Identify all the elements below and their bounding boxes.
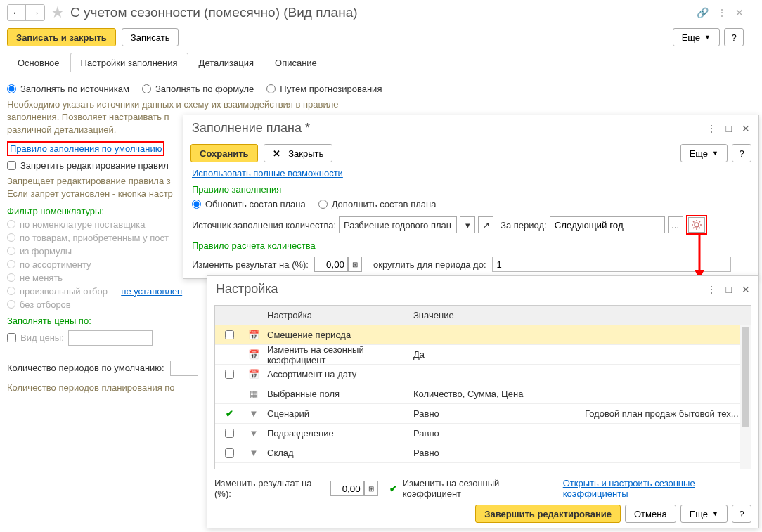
tab-description[interactable]: Описание — [264, 53, 328, 72]
use-full-link[interactable]: Использовать полные возможности — [192, 168, 343, 179]
src-select[interactable]: Разбиение годового план — [339, 216, 457, 233]
row-value: Равно — [409, 448, 582, 458]
help-button[interactable]: ? — [724, 28, 744, 46]
row-name: Изменить на сезонный коэффициент — [264, 344, 409, 365]
periods-input[interactable] — [170, 361, 198, 376]
more-button[interactable]: Еще▼ — [673, 28, 720, 46]
radio-append[interactable]: Дополнить состав плана — [318, 199, 437, 209]
finish-button[interactable]: Завершить редактирование — [475, 505, 621, 523]
dlg3-more-button[interactable]: Еще▼ — [680, 505, 728, 523]
row-icon: ▼ — [243, 408, 264, 419]
radio-update[interactable]: Обновить состав плана — [192, 199, 306, 209]
row-name: Выбранные поля — [264, 389, 409, 399]
table-row[interactable]: 📅Смещение периода — [215, 325, 751, 345]
save-close-button[interactable]: Записать и закрыть — [7, 28, 116, 46]
period-input[interactable] — [550, 216, 665, 233]
cancel-button[interactable]: Отмена — [625, 505, 676, 523]
tab-fill-settings[interactable]: Настройки заполнения — [70, 53, 188, 72]
round-label: округлить для периода до: — [373, 259, 486, 270]
settings-dialog: Настройка ⋮ □ ✕ Настройка Значение 📅Смещ… — [207, 275, 759, 528]
radio-by-forecast[interactable]: Путем прогнозирования — [266, 84, 382, 94]
forward-button[interactable]: → — [26, 5, 44, 20]
price-type-checkbox[interactable] — [7, 333, 16, 342]
kebab-icon[interactable]: ⋮ — [717, 7, 727, 18]
row-icon: 📅 — [243, 349, 264, 360]
row-name: Ассортимент на дату — [264, 369, 409, 379]
bottom-bar: Изменить результат на (%): ⊞ ✔ Изменить … — [207, 472, 758, 505]
dlg2-close-button[interactable]: ✕ Закрыть — [264, 144, 333, 162]
table-scrollbar[interactable] — [740, 325, 751, 469]
table-row[interactable]: 📅Изменить на сезонный коэффициентДа — [215, 345, 751, 365]
price-type-label: Вид цены: — [20, 332, 64, 343]
change-result-input[interactable] — [314, 257, 348, 272]
row-name: Смещение периода — [264, 330, 409, 340]
dlg2-help-button[interactable]: ? — [732, 144, 751, 162]
default-rule-link[interactable]: Правило заполнения по умолчанию — [10, 143, 162, 154]
seasonal-label: Изменить на сезонный коэффициент — [403, 478, 552, 499]
period-dots-button[interactable]: ... — [668, 216, 683, 233]
row-checkbox[interactable] — [215, 429, 243, 438]
svg-point-0 — [695, 223, 699, 227]
table-row[interactable]: ✔▼СценарийРавноГодовой план продаж бытов… — [215, 404, 751, 424]
tab-detail[interactable]: Детализация — [188, 53, 264, 72]
dlg2-kebab-icon[interactable]: ⋮ — [706, 123, 716, 134]
change-result-input2[interactable] — [330, 481, 364, 496]
row-icon: 📅 — [243, 330, 264, 340]
forbid-edit-label: Запретить редактирование правил — [20, 160, 169, 171]
change-result-label: Изменить результат на (%): — [192, 259, 309, 270]
row-name: Склад — [264, 448, 409, 458]
forbid-edit-checkbox[interactable] — [7, 161, 16, 170]
calc-rule-label: Правило расчета количества — [192, 240, 750, 251]
close-icon[interactable]: ✕ — [735, 7, 744, 18]
table-row[interactable]: ▦Выбранные поляКоличество, Сумма, Цена — [215, 384, 751, 404]
row-value2: Годовой план продаж бытовой тех... — [582, 408, 751, 419]
dlg2-more-button[interactable]: Еще▼ — [680, 144, 728, 162]
dlg2-close-icon[interactable]: ✕ — [742, 123, 750, 134]
link-icon[interactable]: 🔗 — [697, 7, 709, 18]
round-input[interactable] — [492, 257, 731, 272]
radio-by-sources[interactable]: Заполнять по источникам — [7, 84, 129, 94]
dlg3-help-button[interactable]: ? — [732, 505, 751, 523]
src-open-button[interactable]: ↗ — [478, 216, 493, 233]
settings-table: Настройка Значение 📅Смещение периода📅Изм… — [214, 305, 751, 469]
dlg2-maximize-icon[interactable]: □ — [726, 123, 732, 134]
back-button[interactable]: ← — [8, 5, 26, 20]
price-type-input[interactable] — [68, 330, 153, 346]
row-checkbox[interactable] — [215, 448, 243, 458]
src-dropdown-button[interactable]: ▾ — [460, 216, 475, 233]
nav-buttons: ← → — [7, 4, 45, 21]
open-seasonal-link[interactable]: Открыть и настроить сезонные коэффициент… — [563, 478, 751, 499]
row-checkbox[interactable] — [215, 330, 243, 339]
radio-by-formula[interactable]: Заполнять по формуле — [142, 84, 254, 94]
dlg3-maximize-icon[interactable]: □ — [726, 284, 732, 295]
dlg3-kebab-icon[interactable]: ⋮ — [706, 284, 716, 295]
row-checkbox[interactable]: ✔ — [215, 408, 243, 419]
save-button[interactable]: Записать — [122, 28, 179, 46]
dialog3-title: Настройка — [216, 282, 278, 297]
table-row[interactable]: 📅Ассортимент на дату — [215, 365, 751, 384]
tabs: Основное Настройки заполнения Детализаци… — [0, 52, 751, 72]
dlg3-close-icon[interactable]: ✕ — [742, 284, 750, 295]
window-title: С учетом сезонности (помесячно) (Вид пла… — [70, 5, 358, 20]
row-value: Равно — [409, 428, 582, 439]
spinner-icon[interactable]: ⊞ — [348, 257, 362, 272]
dlg2-save-button[interactable]: Сохранить — [190, 144, 258, 162]
row-checkbox[interactable] — [215, 370, 243, 379]
dialog2-title: Заполнение плана * — [192, 121, 310, 136]
settings-gear-button[interactable] — [688, 217, 705, 233]
row-icon: ▦ — [243, 389, 264, 399]
titlebar: ← → ★ С учетом сезонности (помесячно) (В… — [0, 0, 751, 25]
table-row[interactable]: ▼СкладРавно — [215, 443, 751, 463]
tab-main[interactable]: Основное — [7, 53, 70, 72]
row-icon: ▼ — [243, 448, 264, 458]
src-label: Источник заполнения количества: — [192, 220, 336, 231]
rule-label: Правило заполнения — [192, 184, 750, 195]
row-value: Количество, Сумма, Цена — [409, 389, 582, 399]
not-set-link[interactable]: не установлен — [121, 286, 182, 297]
table-row[interactable]: ▼ПодразделениеРавно — [215, 424, 751, 443]
col-name-header: Настройка — [264, 310, 409, 320]
toolbar: Записать и закрыть Записать Еще▼ ? — [0, 25, 751, 52]
row-icon: 📅 — [243, 369, 264, 379]
favorite-icon[interactable]: ★ — [51, 4, 65, 22]
spinner-icon2[interactable]: ⊞ — [364, 481, 378, 496]
